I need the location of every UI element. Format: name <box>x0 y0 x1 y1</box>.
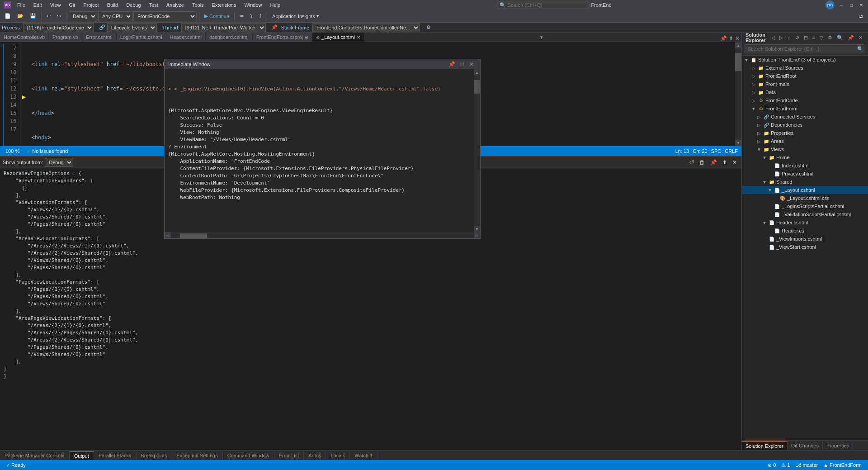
se-search-input[interactable] <box>745 44 865 53</box>
editor-close-icon[interactable]: ✕ <box>735 35 740 42</box>
immediate-window-titlebar[interactable]: Immediate Window 📌 □ ✕ <box>165 59 480 69</box>
tree-data[interactable]: ▷ 📁 Data <box>742 88 868 96</box>
output-pin-button[interactable]: 📌 <box>708 158 719 166</box>
output-wrap-button[interactable]: ⏎ <box>688 158 696 166</box>
se-back-button[interactable]: ◁ <box>769 34 777 42</box>
output-close-button[interactable]: ✕ <box>731 158 739 166</box>
menu-extensions[interactable]: Extensions <box>208 1 240 9</box>
platform-dropdown[interactable]: Any CPU <box>98 11 132 21</box>
menu-build[interactable]: Build <box>104 1 122 9</box>
title-search-input[interactable] <box>498 1 588 9</box>
se-pin-button[interactable]: 📌 <box>846 34 856 42</box>
tree-layout-css[interactable]: ▷ 🎨 _Layout.cshtml.css <box>742 194 868 202</box>
save-button[interactable]: 💾 <box>27 12 39 20</box>
tab-program[interactable]: Program.vb <box>49 33 82 42</box>
se-refresh-button[interactable]: ↺ <box>793 34 801 42</box>
tree-external-sources[interactable]: ▷ 📁 External Sources <box>742 64 868 72</box>
tree-frontendroot[interactable]: ▷ 📁 FrontEndRoot <box>742 72 868 80</box>
step-out-button[interactable]: ⤴ <box>256 13 264 20</box>
menu-debug[interactable]: Debug <box>123 1 144 9</box>
imm-hscroll-thumb[interactable] <box>180 233 207 238</box>
menu-test[interactable]: Test <box>146 1 162 9</box>
tab-layout-close[interactable]: ✕ <box>357 35 360 40</box>
tab-command-window[interactable]: Command Window <box>223 451 274 460</box>
menu-view[interactable]: View <box>47 1 65 9</box>
tab-dashboard[interactable]: dashboard.cshtml <box>206 33 253 42</box>
tree-dependencies[interactable]: ▷ 🔗 Dependencies <box>742 121 868 129</box>
tab-error-list[interactable]: Error List <box>274 451 304 460</box>
output-source-dropdown[interactable]: Debug <box>45 158 73 167</box>
tree-login-partial[interactable]: ▷ 📄 _LoginsScriptsPartial.cshtml <box>742 202 868 210</box>
imm-hscroll-left[interactable]: ◁ <box>165 232 171 238</box>
tree-header-cshtml[interactable]: ▼ 📄 Header.cshtml <box>742 218 868 227</box>
tab-parallel-stacks[interactable]: Parallel Stacks <box>94 451 137 460</box>
undo-button[interactable]: ↩ <box>44 12 53 20</box>
status-project[interactable]: ▲ FrontEndForm <box>821 462 864 468</box>
tree-privacy[interactable]: ▷ 📄 Privacy.cshtml <box>742 170 868 178</box>
lifecycle-dropdown[interactable]: Lifecycle Events <box>107 23 157 32</box>
imm-hscrollbar[interactable]: ◁ ▷ <box>165 232 480 238</box>
status-ready[interactable]: ✓ Ready <box>4 462 28 468</box>
new-button[interactable]: 📄 <box>2 12 14 20</box>
user-avatar[interactable]: HB <box>826 0 835 9</box>
open-button[interactable]: 📂 <box>14 12 26 20</box>
se-tab-solution-explorer[interactable]: Solution Explorer <box>742 441 788 450</box>
tree-validation-partial[interactable]: ▷ 📄 _ValidationScriptsPartial.cshtml <box>742 210 868 218</box>
tab-layout[interactable]: ⊗ _Layout.cshtml ✕ <box>312 33 364 42</box>
imm-close-button[interactable]: ✕ <box>467 60 476 68</box>
se-tab-git-changes[interactable]: Git Changes <box>788 442 823 450</box>
close-button[interactable]: ✕ <box>858 2 864 8</box>
scroll-down-button[interactable]: ▼ <box>735 140 741 146</box>
scroll-up-button[interactable]: ▲ <box>735 42 741 48</box>
tree-header-cs[interactable]: ▷ 📄 Header.cs <box>742 227 868 235</box>
tree-viewimports[interactable]: ▷ 📄 _ViewImports.cshtml <box>742 235 868 243</box>
tree-solution[interactable]: ▼ 📋 Solution 'FrontEnd' (3 of 3 projects… <box>742 56 868 64</box>
se-search-button[interactable]: 🔍 <box>835 34 845 42</box>
se-filter-button[interactable]: ▽ <box>818 34 825 42</box>
tree-viewstart[interactable]: ▷ 📄 _ViewStart.cshtml <box>742 243 868 251</box>
se-tab-properties[interactable]: Properties <box>823 442 853 450</box>
se-home-button[interactable]: ⌂ <box>786 34 793 42</box>
debug-config-dropdown[interactable]: Debug <box>69 11 97 21</box>
project-dropdown[interactable]: FrontEndCode <box>133 11 197 21</box>
menu-project[interactable]: Project <box>80 1 102 9</box>
issues-indicator[interactable]: ✓ No issues found <box>25 148 70 154</box>
zoom-level[interactable]: 100 % <box>4 148 21 154</box>
menu-window[interactable]: Window <box>241 1 265 9</box>
se-settings-button[interactable]: ⚙ <box>826 34 834 42</box>
tab-error[interactable]: Error.cshtml <box>82 33 117 42</box>
imm-scroll-down[interactable]: ▼ <box>474 226 480 232</box>
tab-scroll-button[interactable]: ▾ <box>538 33 545 42</box>
se-collapse-button[interactable]: ⊟ <box>802 34 810 42</box>
menu-analyze[interactable]: Analyze <box>163 1 188 9</box>
tab-output[interactable]: Output <box>70 451 94 460</box>
menu-file[interactable]: File <box>14 1 29 9</box>
status-errors[interactable]: ⊗ 0 <box>765 462 778 468</box>
solution-explorer-button[interactable]: 🗂 <box>856 13 866 20</box>
tree-shared[interactable]: ▼ 📁 Shared <box>742 178 868 186</box>
continue-button[interactable]: ▶ Continue <box>202 12 232 20</box>
se-properties-button[interactable]: ≡ <box>811 34 817 42</box>
tab-exception-settings[interactable]: Exception Settings <box>172 451 223 460</box>
status-branch[interactable]: ⎇ master <box>793 462 821 468</box>
redo-button[interactable]: ↪ <box>54 12 64 20</box>
tree-frontendcode[interactable]: ▷ ⚙ FrontEndCode <box>742 96 868 104</box>
tab-frontendform[interactable]: FrontEndForm.csproj ⊗ <box>253 33 312 42</box>
imm-hscroll-right[interactable]: ▷ <box>474 232 480 238</box>
tab-loginpartial[interactable]: LoginPartial.cshtml <box>117 33 166 42</box>
scroll-thumb[interactable] <box>735 53 741 71</box>
step-over-button[interactable]: ⇒ <box>237 12 246 20</box>
tree-areas[interactable]: ▷ 📁 Areas <box>742 137 868 145</box>
stack-nav-button[interactable]: ⚙ <box>424 24 434 31</box>
se-forward-button[interactable]: ▷ <box>778 34 785 42</box>
tree-properties[interactable]: ▷ 📁 Properties <box>742 129 868 137</box>
imm-maximize-button[interactable]: □ <box>458 60 467 68</box>
tree-layout-cshtml[interactable]: ▼ 📄 _Layout.cshtml <box>742 186 868 194</box>
tree-views[interactable]: ▼ 📁 Views <box>742 145 868 153</box>
tree-frontmain[interactable]: ▷ 📁 Front-main <box>742 80 868 88</box>
editor-expand-icon[interactable]: ⬆ <box>729 35 733 42</box>
tree-index[interactable]: ▷ 📄 Index.cshtml <box>742 161 868 170</box>
se-close-button[interactable]: ✕ <box>857 34 864 42</box>
menu-git[interactable]: Git <box>65 1 79 9</box>
minimize-button[interactable]: ─ <box>838 2 844 8</box>
